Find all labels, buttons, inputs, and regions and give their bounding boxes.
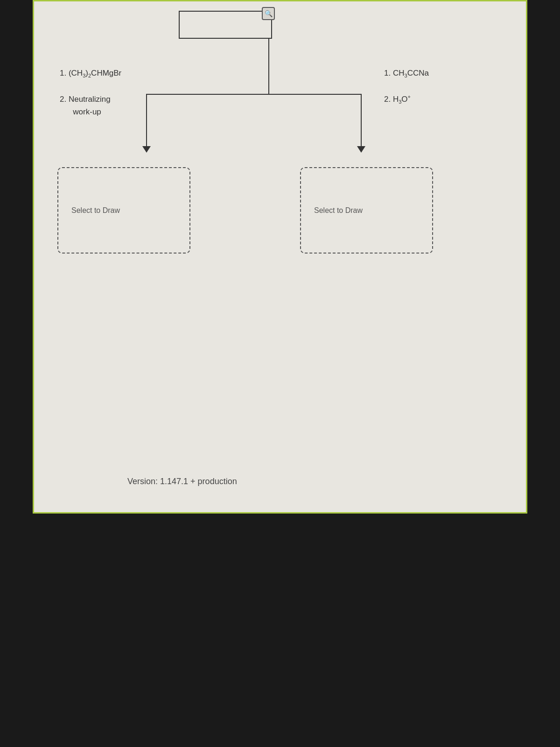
- draw-box-right-label: Select to Draw: [314, 206, 363, 215]
- magnify-icon[interactable]: 🔍: [262, 7, 275, 20]
- draw-box-left-label: Select to Draw: [71, 206, 120, 215]
- main-panel: 🔍 1. (CH3)2CHMgBr 2. Neutralizing work-u…: [33, 0, 527, 514]
- search-icon: 🔍: [265, 10, 273, 18]
- draw-box-right[interactable]: Select to Draw: [300, 167, 433, 254]
- dark-bottom-area: [0, 514, 560, 747]
- arrow-left: [142, 146, 151, 153]
- reagent-right-line2: 2. H3O+: [384, 93, 477, 106]
- arrow-right: [357, 146, 365, 153]
- reagent-left: 1. (CH3)2CHMgBr 2. Neutralizing work-up: [60, 67, 141, 119]
- reagent-left-line1: 1. (CH3)2CHMgBr: [60, 67, 141, 80]
- version-text: Version: 1.147.1 + production: [127, 477, 237, 486]
- vertical-line-main: [268, 39, 269, 95]
- draw-box-left[interactable]: Select to Draw: [57, 167, 190, 254]
- horizontal-split-line: [146, 94, 361, 95]
- vertical-line-left: [146, 94, 147, 150]
- source-molecule-box: [179, 11, 272, 39]
- vertical-line-right: [361, 94, 362, 150]
- reagent-right-line1: 1. CH3CCNa: [384, 67, 477, 80]
- reagent-left-line2: 2. Neutralizing work-up: [60, 93, 141, 118]
- reagent-right: 1. CH3CCNa 2. H3O+: [384, 67, 477, 106]
